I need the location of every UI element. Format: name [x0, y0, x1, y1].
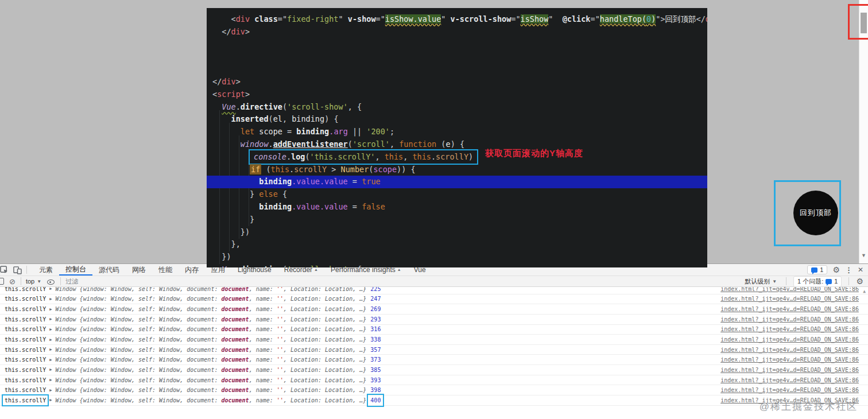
- log-label: this.scrollY: [5, 367, 46, 373]
- tab-label: 内存: [185, 264, 199, 276]
- context-selector[interactable]: top ▼: [26, 278, 41, 285]
- expand-arrow-icon[interactable]: ▶: [49, 398, 52, 402]
- log-label: this.scrollY: [5, 377, 46, 383]
- expand-arrow-icon[interactable]: ▶: [49, 378, 52, 382]
- code-line: </div>: [207, 26, 707, 38]
- console-log-row[interactable]: this.scrollY▶Window {window: Window, sel…: [0, 375, 868, 386]
- source-link[interactable]: index.html?_ijt=qe4v…d=RELOAD_ON_SAVE:86: [720, 377, 859, 383]
- code-line: if (this.scrollY > Number(scope)) {: [207, 164, 707, 176]
- console-log-row[interactable]: this.scrollY▶Window {window: Window, sel…: [0, 385, 868, 395]
- log-label: this.scrollY: [5, 316, 46, 323]
- code-line: [207, 63, 707, 76]
- back-to-top-annotation-box: 回到顶部: [774, 180, 841, 246]
- close-devtools-icon[interactable]: ✕: [858, 266, 863, 274]
- tab-源代码[interactable]: 源代码: [92, 264, 126, 276]
- console-log-row[interactable]: this.scrollY▶Window {window: Window, sel…: [0, 345, 868, 355]
- source-link[interactable]: index.html?_ijt=qe4v…d=RELOAD_ON_SAVE:86: [720, 306, 859, 312]
- scroll-y-value: 373: [370, 356, 381, 363]
- log-label: this.scrollY: [5, 326, 46, 332]
- inspect-element-icon[interactable]: [0, 266, 9, 274]
- console-log-annotation-box: console.log('this.scrollY', this, this.s…: [249, 149, 478, 165]
- code-line: [207, 51, 707, 63]
- expand-arrow-icon[interactable]: ▶: [49, 337, 52, 342]
- divider: [848, 277, 849, 285]
- divider: [60, 277, 61, 285]
- console-log-row[interactable]: this.scrollY▶Window {window: Window, sel…: [0, 355, 868, 365]
- console-scroll-up-arrow[interactable]: ▲: [863, 289, 866, 294]
- settings-gear-icon[interactable]: ⚙: [832, 266, 840, 274]
- console-log-row[interactable]: this.scrollY▶Window {window: Window, sel…: [0, 335, 868, 345]
- tab-元素[interactable]: 元素: [33, 264, 59, 276]
- console-filter-input[interactable]: 过滤: [65, 277, 742, 286]
- issues-counter-toolbar[interactable]: 1 个问题: 1: [793, 276, 842, 287]
- expand-arrow-icon[interactable]: ▶: [49, 307, 52, 312]
- source-link[interactable]: index.html?_ijt=qe4v…d=RELOAD_ON_SAVE:86: [720, 356, 859, 363]
- source-link[interactable]: index.html?_ijt=qe4v…d=RELOAD_ON_SAVE:86: [720, 287, 859, 292]
- code-line: <script>: [207, 88, 707, 101]
- issues-counter[interactable]: 1: [807, 265, 827, 274]
- watermark: @稀土掘金技术社区: [760, 400, 858, 413]
- source-link[interactable]: index.html?_ijt=qe4v…d=RELOAD_ON_SAVE:86: [720, 347, 859, 353]
- source-link[interactable]: index.html?_ijt=qe4v…d=RELOAD_ON_SAVE:86: [720, 296, 859, 302]
- tabbar-left-icons: [0, 266, 29, 274]
- source-link[interactable]: index.html?_ijt=qe4v…d=RELOAD_ON_SAVE:86: [720, 387, 859, 393]
- tab-label: 控制台: [65, 263, 86, 275]
- chevron-down-icon: ▼: [772, 279, 777, 284]
- device-toolbar-icon[interactable]: [13, 266, 22, 274]
- expand-arrow-icon[interactable]: ▶: [49, 287, 52, 291]
- tab-内存[interactable]: 内存: [179, 264, 205, 276]
- expand-arrow-icon[interactable]: ▶: [49, 347, 52, 352]
- tabbar-right-icons: 1 ⚙ ⋮ ✕: [807, 265, 868, 274]
- console-log-row[interactable]: this.scrollY▶Window {window: Window, sel…: [0, 395, 868, 406]
- more-options-icon[interactable]: ⋮: [845, 266, 852, 274]
- console-log-row[interactable]: this.scrollY▶Window {window: Window, sel…: [0, 294, 868, 305]
- issue-count: 1: [834, 278, 838, 285]
- tab-label: 源代码: [99, 264, 119, 276]
- code-line: let scope = binding.arg || '200';: [207, 126, 707, 138]
- console-log-row[interactable]: this.scrollY▶Window {window: Window, sel…: [0, 365, 868, 375]
- object-preview: Window {window: Window, self: Window, do…: [55, 377, 366, 383]
- console-toolbar: ⊘ top ▼ 过滤 默认级别 ▼ 1 个问题: 1: [0, 276, 868, 287]
- scroll-y-value: 316: [370, 326, 381, 332]
- clear-console-icon[interactable]: ⊘: [9, 278, 16, 285]
- object-preview: Window {window: Window, self: Window, do…: [55, 356, 366, 363]
- console-log-row[interactable]: this.scrollY▶Window {window: Window, sel…: [0, 315, 868, 325]
- scroll-y-value: 269: [370, 306, 381, 312]
- source-link[interactable]: index.html?_ijt=qe4v…d=RELOAD_ON_SAVE:86: [720, 336, 859, 343]
- tab-控制台[interactable]: 控制台: [59, 264, 92, 276]
- source-link[interactable]: index.html?_ijt=qe4v…d=RELOAD_ON_SAVE:86: [720, 367, 859, 373]
- live-expression-eye-icon[interactable]: [47, 278, 55, 285]
- console-log-row[interactable]: this.scrollY▶Window {window: Window, sel…: [0, 325, 868, 335]
- expand-arrow-icon[interactable]: ▶: [49, 358, 52, 362]
- tab-性能[interactable]: 性能: [152, 264, 179, 276]
- expand-arrow-icon[interactable]: ▶: [49, 327, 52, 332]
- expand-arrow-icon[interactable]: ▶: [49, 297, 52, 301]
- devtools-panel: 元素控制台源代码网络性能内存应用LighthouseRecorder▲Perfo…: [0, 263, 868, 419]
- code-line: }): [207, 226, 707, 239]
- back-to-top-button[interactable]: 回到顶部: [793, 191, 838, 235]
- scroll-y-value: 385: [370, 367, 381, 373]
- object-preview: Window {window: Window, self: Window, do…: [55, 336, 366, 343]
- console-sidebar-icon[interactable]: [0, 278, 4, 285]
- console-log-row[interactable]: this.scrollY▶Window {window: Window, sel…: [0, 304, 868, 315]
- object-preview: Window {window: Window, self: Window, do…: [55, 316, 366, 323]
- scrollbar-down-arrow[interactable]: ▼: [861, 253, 866, 258]
- code-line: }): [207, 251, 707, 263]
- tab-label: 网络: [132, 264, 146, 276]
- scroll-y-value: 225: [370, 287, 381, 292]
- log-label: this.scrollY: [5, 397, 46, 404]
- issues-count: 1: [820, 266, 823, 273]
- scrollbar-red-annotation-box: [848, 4, 868, 40]
- expand-arrow-icon[interactable]: ▶: [49, 388, 52, 393]
- expand-arrow-icon[interactable]: ▶: [49, 367, 52, 372]
- expand-arrow-icon[interactable]: ▶: [49, 317, 52, 321]
- console-settings-gear-icon[interactable]: ⚙: [856, 277, 863, 285]
- source-link[interactable]: index.html?_ijt=qe4v…d=RELOAD_ON_SAVE:86: [720, 326, 859, 332]
- console-log-row[interactable]: this.scrollY▶Window {window: Window, sel…: [0, 287, 868, 294]
- code-line: } else {: [207, 188, 707, 201]
- tab-网络[interactable]: 网络: [126, 264, 152, 276]
- console-log-area: this.scrollY▶Window {window: Window, sel…: [0, 287, 868, 418]
- divider: [21, 277, 21, 285]
- log-level-selector[interactable]: 默认级别 ▼: [745, 277, 777, 286]
- source-link[interactable]: index.html?_ijt=qe4v…d=RELOAD_ON_SAVE:86: [720, 316, 859, 323]
